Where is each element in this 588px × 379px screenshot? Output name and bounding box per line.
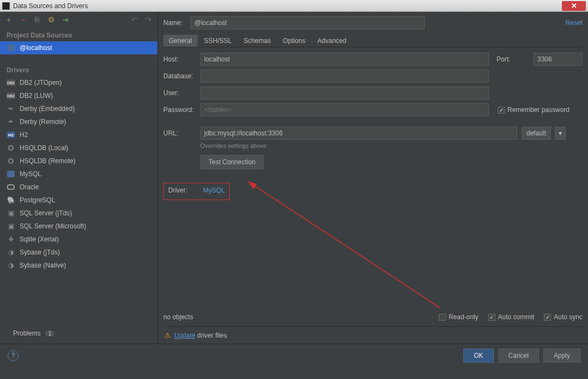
driver-item[interactable]: ❖Sqlite (Xerial): [0, 233, 157, 246]
driver-item-label: Sqlite (Xerial): [20, 235, 59, 243]
cancel-button[interactable]: Cancel: [498, 349, 539, 363]
close-button[interactable]: ✕: [562, 1, 586, 11]
update-link[interactable]: Update: [174, 332, 195, 339]
mysql-icon: [7, 170, 15, 178]
driver-item[interactable]: ✒Derby (Embedded): [0, 102, 157, 115]
driver-item-label: Derby (Embedded): [20, 105, 75, 113]
port-input[interactable]: [534, 53, 583, 66]
port-label: Port:: [497, 55, 529, 63]
tab-general[interactable]: General: [163, 35, 198, 47]
tab-options[interactable]: Options: [277, 35, 310, 47]
database-label: Database:: [163, 72, 196, 80]
database-input[interactable]: [200, 70, 489, 83]
driver-item-label: SQL Server (jTds): [20, 209, 72, 217]
driver-item-label: Sybase (jTds): [20, 248, 60, 256]
add-icon[interactable]: +: [4, 15, 13, 24]
driver-item[interactable]: Oracle: [0, 181, 157, 194]
db2-icon: DB2: [7, 78, 15, 87]
readonly-label: Read-only: [449, 313, 479, 321]
driver-label: Driver:: [168, 187, 191, 194]
tab-advanced[interactable]: Advanced: [312, 35, 352, 47]
password-input[interactable]: [200, 103, 489, 116]
warning-row: ⚠ Update driver files: [163, 326, 583, 344]
host-input[interactable]: [200, 53, 489, 66]
copy-icon[interactable]: ⎘: [33, 15, 41, 24]
pg-icon: 🐘: [7, 196, 15, 204]
sidebar-toolbar: + − ⎘ ⚙ ⇥ ↶ ↷: [0, 12, 157, 27]
sqlite-icon: ❖: [7, 235, 15, 244]
remember-password-checkbox[interactable]: ✓: [498, 107, 505, 114]
remember-password-label: Remember password: [507, 106, 569, 114]
help-icon[interactable]: ?: [8, 350, 19, 361]
ok-button[interactable]: OK: [463, 349, 493, 363]
driver-item[interactable]: DB2DB2 (LUW): [0, 89, 157, 102]
sqls-icon: ▣: [7, 222, 15, 231]
settings-icon[interactable]: ⚙: [47, 15, 56, 24]
content-panel: Name: Reset GeneralSSH/SSLSchemasOptions…: [158, 12, 588, 344]
driver-item[interactable]: HSQLDB (Remote): [0, 154, 157, 167]
tab-schemas[interactable]: Schemas: [238, 35, 276, 47]
sources-header: Project Data Sources: [0, 27, 157, 41]
name-input[interactable]: [191, 16, 425, 29]
datasource-label: @localhost: [20, 44, 52, 52]
import-icon[interactable]: ⇥: [61, 15, 70, 24]
driver-item[interactable]: ▣SQL Server (Microsoft): [0, 220, 157, 233]
reset-link[interactable]: Reset: [566, 19, 583, 27]
name-label: Name:: [163, 19, 185, 27]
dot-icon: [7, 157, 15, 165]
driver-item[interactable]: ◑Sybase (Native): [0, 259, 157, 272]
window-title: Data Sources and Drivers: [13, 2, 88, 10]
dot-icon: [7, 144, 15, 152]
driver-item-label: DB2 (LUW): [20, 92, 53, 100]
sybase-icon: ◑: [7, 248, 15, 257]
sybase-icon: ◑: [7, 261, 15, 270]
driver-link[interactable]: MySQL: [203, 187, 225, 194]
mysql-icon: [7, 44, 15, 52]
driver-item[interactable]: ◑Sybase (jTds): [0, 246, 157, 259]
app-icon: [2, 2, 10, 10]
redo-icon[interactable]: ↷: [144, 15, 153, 24]
driver-item[interactable]: ✒Derby (Remote): [0, 115, 157, 128]
apply-button[interactable]: Apply: [543, 349, 580, 363]
driver-item[interactable]: 🐘PostgreSQL: [0, 194, 157, 207]
datasource-item[interactable]: @localhost: [0, 41, 157, 54]
url-mode-select[interactable]: default: [522, 127, 551, 140]
driver-item[interactable]: H2H2: [0, 128, 157, 141]
user-input[interactable]: [200, 86, 489, 100]
driver-item-label: Derby (Remote): [20, 118, 66, 126]
driver-item-label: DB2 (JTOpen): [20, 79, 62, 86]
problems-label: Problems: [13, 330, 41, 337]
url-label: URL:: [163, 129, 196, 137]
driver-item-label: HSQLDB (Local): [20, 144, 68, 152]
sqls-icon: ▣: [7, 209, 15, 218]
test-connection-button[interactable]: Test Connection: [200, 155, 264, 169]
url-mode-caret[interactable]: ▾: [555, 127, 566, 140]
undo-icon[interactable]: ↶: [130, 15, 139, 24]
autosync-checkbox[interactable]: ✓: [544, 314, 551, 321]
driver-item[interactable]: ▣SQL Server (jTds): [0, 207, 157, 220]
driver-item-label: Sybase (Native): [20, 262, 66, 269]
oracle-icon: [7, 183, 15, 191]
autocommit-checkbox[interactable]: ✓: [488, 314, 495, 321]
tab-ssh-ssl[interactable]: SSH/SSL: [199, 35, 237, 47]
autocommit-label: Auto commit: [498, 313, 535, 321]
problems-count-badge: 1: [45, 331, 55, 337]
warning-text: driver files: [195, 332, 227, 339]
tabs: GeneralSSH/SSLSchemasOptionsAdvanced: [163, 35, 583, 47]
warning-icon: ⚠: [164, 331, 171, 339]
sidebar: + − ⎘ ⚙ ⇥ ↶ ↷ Project Data Sources @loca…: [0, 12, 158, 344]
url-input[interactable]: [200, 127, 517, 140]
remove-icon[interactable]: −: [19, 15, 27, 24]
driver-item[interactable]: MySQL: [0, 167, 157, 181]
no-objects-label: no objects: [163, 313, 193, 321]
driver-item[interactable]: HSQLDB (Local): [0, 141, 157, 154]
driver-item-label: PostgreSQL: [20, 196, 55, 204]
host-label: Host:: [163, 55, 196, 63]
problems-item[interactable]: Problems 1: [0, 324, 157, 344]
driver-item-label: MySQL: [20, 170, 41, 178]
readonly-checkbox[interactable]: [439, 314, 446, 321]
driver-item-label: SQL Server (Microsoft): [20, 222, 86, 230]
url-hint: Overrides settings above: [200, 142, 583, 149]
driver-item[interactable]: DB2DB2 (JTOpen): [0, 76, 157, 89]
feather-icon: ✒: [7, 104, 15, 113]
